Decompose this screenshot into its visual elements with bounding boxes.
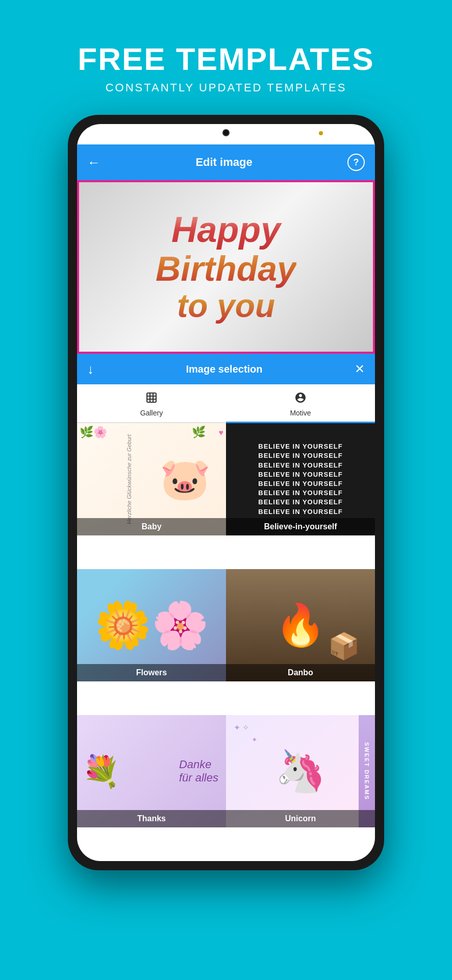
birthday-canvas: Happy Birthday to you (79, 182, 373, 352)
grid-item-unicorn[interactable]: 🦄 ✦ ✧ ✦ SWEET DREAMS Unicorn (226, 715, 375, 827)
grid-item-thanks[interactable]: 💐 Dankefür alles Thanks (77, 715, 226, 827)
birthday-line3: to you (156, 288, 296, 324)
danbo-robot: 📦 (328, 631, 360, 661)
baby-berry-decoration: 🌿 (192, 426, 206, 439)
gallery-tab-label: Gallery (140, 409, 163, 417)
thanks-label: Thanks (77, 810, 226, 827)
thanks-flowers: 💐 (82, 753, 120, 790)
danbo-fire: 🔥 (275, 601, 326, 649)
believe-line1: BELIEVE IN YOURSELF (258, 442, 342, 451)
app-header-title: Edit image (195, 156, 252, 169)
image-selection-bar: ↓ Image selection ✕ (77, 354, 375, 384)
motive-icon (294, 391, 307, 407)
download-icon: ↓ (87, 361, 94, 377)
grid-item-baby[interactable]: 🌿🌸 Herzliche Glückwünsche zur Geburt 🐷 🌿… (77, 423, 226, 535)
birthday-text-container: Happy Birthday to you (156, 210, 296, 324)
front-camera-dot (319, 131, 323, 135)
image-selection-title: Image selection (186, 363, 262, 375)
image-grid: 🌿🌸 Herzliche Glückwünsche zur Geburt 🐷 🌿… (77, 423, 375, 861)
phone-screen: ← Edit image ? Happy Birthday to you ↓ I… (77, 124, 375, 861)
camera-hole (222, 129, 230, 136)
believe-line7: BELIEVE IN YOURSELF (258, 498, 342, 507)
tab-gallery[interactable]: Gallery (77, 384, 226, 422)
believe-line4: BELIEVE IN YOURSELF (258, 470, 342, 479)
unicorn-star1: ✦ ✧ (234, 723, 249, 732)
birthday-line1: Happy (156, 210, 296, 250)
believe-line2: BELIEVE IN YOURSELF (258, 451, 342, 460)
svg-rect-0 (147, 393, 156, 402)
flowers-emoji: 🌼🌸 (94, 602, 209, 648)
baby-flower-decoration: 🌿🌸 (80, 426, 107, 439)
unicorn-emoji: 🦄 (275, 747, 326, 795)
grid-item-flowers[interactable]: 🌼🌸 Flowers (77, 569, 226, 681)
believe-line6: BELIEVE IN YOURSELF (258, 488, 342, 498)
believe-text-stack: BELIEVE IN YOURSELF BELIEVE IN YOURSELF … (253, 437, 347, 522)
baby-pig-icon: 🐷 (160, 455, 211, 503)
flowers-label: Flowers (77, 664, 226, 681)
baby-label: Baby (77, 518, 226, 535)
gallery-icon (145, 391, 158, 407)
help-button[interactable]: ? (347, 154, 365, 171)
believe-line3: BELIEVE IN YOURSELF (258, 461, 342, 470)
sweet-dreams-text: SWEET DREAMS (364, 742, 370, 800)
grid-item-believe[interactable]: BELIEVE IN YOURSELF BELIEVE IN YOURSELF … (226, 423, 375, 535)
promo-section: FREE TEMPLATES CONSTANTLY UPDATED TEMPLA… (78, 41, 374, 94)
believe-line5: BELIEVE IN YOURSELF (258, 479, 342, 488)
baby-heart: ♥ (219, 428, 224, 437)
unicorn-label: Unicorn (226, 810, 375, 827)
tab-bar: Gallery Motive (77, 384, 375, 423)
image-preview: Happy Birthday to you (77, 180, 375, 354)
believe-line8: BELIEVE IN YOURSELF (258, 507, 342, 517)
promo-title: FREE TEMPLATES (78, 41, 374, 77)
app-header: ← Edit image ? (77, 144, 375, 180)
baby-vertical-text: Herzliche Glückwünsche zur Geburt (126, 434, 132, 524)
believe-label: Believe-in-yourself (226, 518, 375, 535)
thanks-text-overlay: Dankefür alles (179, 758, 218, 785)
birthday-line2: Birthday (156, 250, 296, 288)
danbo-label: Danbo (226, 664, 375, 681)
unicorn-star2: ✦ (252, 736, 258, 744)
close-button[interactable]: ✕ (355, 362, 365, 376)
promo-subtitle: CONSTANTLY UPDATED TEMPLATES (78, 81, 374, 94)
grid-item-danbo[interactable]: 🔥 📦 Danbo (226, 569, 375, 681)
phone-device: ← Edit image ? Happy Birthday to you ↓ I… (68, 115, 384, 870)
back-button[interactable]: ← (87, 155, 101, 170)
tab-motive[interactable]: Motive (226, 384, 375, 422)
motive-tab-label: Motive (290, 409, 311, 417)
